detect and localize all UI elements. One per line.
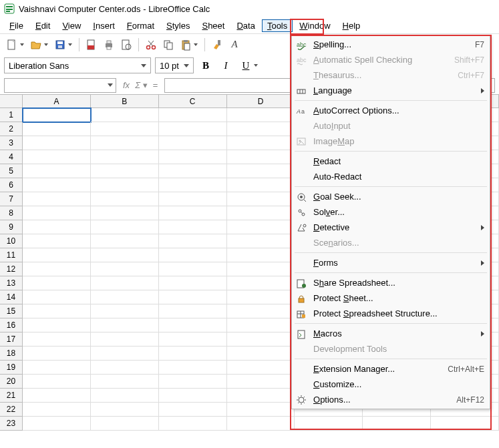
cell[interactable] (227, 164, 295, 178)
cell[interactable] (159, 206, 227, 220)
cell[interactable] (159, 108, 227, 122)
cell[interactable] (91, 206, 159, 220)
menu-item-detective[interactable]: Detective (292, 220, 490, 235)
row-header[interactable]: 12 (0, 262, 23, 276)
cell[interactable] (227, 332, 295, 347)
row-header[interactable]: 17 (0, 332, 23, 347)
menu-item-customize[interactable]: Customize... (292, 377, 490, 392)
menu-item-options[interactable]: Options...Alt+F12 (292, 392, 490, 407)
cell[interactable] (23, 150, 91, 164)
menu-edit[interactable]: Edit (30, 19, 55, 32)
cell[interactable] (91, 318, 159, 332)
column-header[interactable]: A (23, 95, 91, 108)
formula-button[interactable]: = (153, 80, 158, 90)
cell[interactable] (227, 206, 295, 220)
row-header[interactable]: 16 (0, 318, 23, 332)
column-header[interactable]: D (227, 95, 295, 108)
name-box[interactable] (4, 78, 116, 93)
cell[interactable] (159, 403, 227, 417)
row-header[interactable]: 1 (0, 108, 23, 122)
cell[interactable] (23, 220, 91, 234)
cell[interactable] (159, 220, 227, 234)
menu-help[interactable]: Help (337, 19, 366, 32)
cell[interactable] (23, 276, 91, 290)
row-header[interactable]: 15 (0, 304, 23, 318)
cell[interactable] (23, 234, 91, 248)
menu-item-spelling[interactable]: abcSpelling...F7 (292, 37, 490, 52)
menu-item-language[interactable]: Language (292, 83, 490, 98)
menu-styles[interactable]: Styles (161, 19, 195, 32)
export-pdf-button[interactable] (84, 37, 100, 53)
print-button[interactable] (101, 37, 117, 53)
new-button[interactable] (4, 37, 20, 53)
select-all-corner[interactable] (0, 95, 23, 108)
cell[interactable] (91, 417, 159, 431)
cell[interactable] (91, 192, 159, 206)
row-header[interactable]: 3 (0, 136, 23, 150)
cell[interactable] (227, 375, 295, 389)
cell[interactable] (91, 276, 159, 290)
cell[interactable] (91, 164, 159, 178)
paste-button[interactable] (178, 37, 194, 53)
cell[interactable] (227, 150, 295, 164)
cell[interactable] (227, 347, 295, 361)
cell[interactable] (91, 108, 159, 122)
cell[interactable] (91, 332, 159, 347)
cell[interactable] (227, 389, 295, 403)
row-header[interactable]: 9 (0, 220, 23, 234)
cell[interactable] (227, 192, 295, 206)
cell[interactable] (91, 304, 159, 318)
copy-button[interactable] (160, 37, 176, 53)
menu-item-protect-sheet[interactable]: Protect Sheet... (292, 290, 490, 306)
bold-button[interactable]: B (198, 57, 214, 73)
cell[interactable] (91, 389, 159, 403)
cell[interactable] (23, 375, 91, 389)
cell[interactable] (91, 347, 159, 361)
menu-item-goal-seek[interactable]: Goal Seek... (292, 189, 490, 204)
cell[interactable] (91, 122, 159, 136)
menu-sheet[interactable]: Sheet (196, 19, 230, 32)
cell[interactable] (23, 403, 91, 417)
cell[interactable] (91, 178, 159, 192)
print-preview-button[interactable] (118, 37, 134, 53)
clear-formatting-button[interactable]: A (226, 37, 242, 53)
font-name-select[interactable]: Liberation Sans (4, 57, 151, 73)
cell[interactable] (227, 234, 295, 248)
cell[interactable] (159, 150, 227, 164)
menu-item-autocorrect-options[interactable]: AaAutoCorrect Options... (292, 103, 490, 118)
cell[interactable] (159, 122, 227, 136)
row-header[interactable]: 20 (0, 375, 23, 389)
cell[interactable] (159, 318, 227, 332)
cell[interactable] (159, 332, 227, 347)
row-header[interactable]: 22 (0, 403, 23, 417)
cell[interactable] (363, 417, 431, 431)
cell[interactable] (227, 290, 295, 304)
cell[interactable] (23, 389, 91, 403)
cell[interactable] (23, 122, 91, 136)
cell[interactable] (91, 361, 159, 375)
cell[interactable] (23, 304, 91, 318)
cell[interactable] (91, 262, 159, 276)
cell[interactable] (431, 417, 499, 431)
cell[interactable] (159, 234, 227, 248)
cell[interactable] (23, 136, 91, 150)
cell[interactable] (159, 178, 227, 192)
menu-window[interactable]: Window (294, 19, 335, 32)
menu-file[interactable]: File (4, 19, 29, 32)
cell[interactable] (227, 276, 295, 290)
cell[interactable] (227, 262, 295, 276)
cell[interactable] (23, 361, 91, 375)
cell[interactable] (159, 389, 227, 403)
cell[interactable] (159, 276, 227, 290)
underline-button[interactable]: U (238, 57, 254, 73)
menu-format[interactable]: Format (122, 19, 160, 32)
sum-button[interactable]: Σ ▾ (135, 80, 147, 90)
cell[interactable] (91, 234, 159, 248)
font-size-select[interactable]: 10 pt (155, 57, 194, 73)
cell[interactable] (23, 248, 91, 262)
cell[interactable] (91, 150, 159, 164)
menu-item-redact[interactable]: Redact (292, 154, 490, 169)
cell[interactable] (227, 417, 295, 431)
cell[interactable] (23, 164, 91, 178)
cell[interactable] (91, 375, 159, 389)
